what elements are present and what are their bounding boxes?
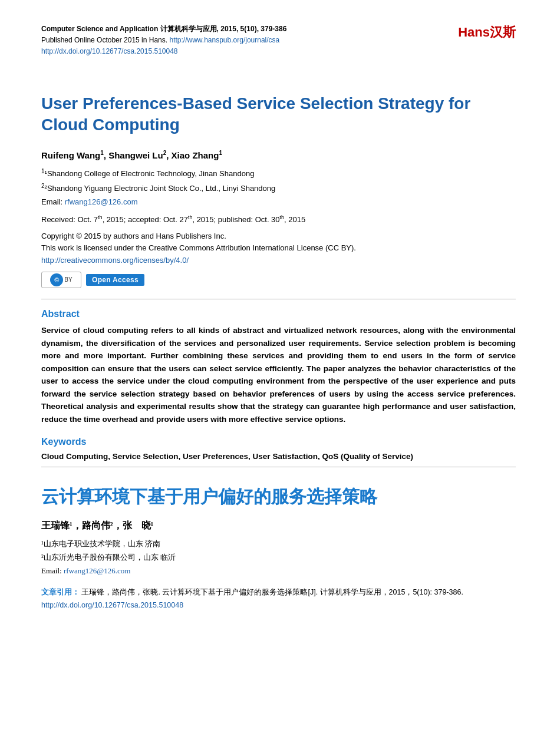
email-link[interactable]: rfwang126@126.com [65,197,138,206]
cn-affil-1: ¹山东电子职业技术学院，山东 济南 [41,537,516,550]
affil-1-text: ¹Shandong College of Electronic Technolo… [45,170,255,179]
paper-title: User Preferences-Based Service Selection… [41,93,516,136]
author-sup-3: 1 [219,150,222,156]
abstract-heading: Abstract [41,309,516,319]
license-url-line: http://creativecommons.org/licenses/by/4… [41,255,516,267]
author-shangwei: Shangwei Lu [108,150,163,160]
author-xiao: Xiao Zhang [172,150,219,160]
author-ruifeng: Ruifeng Wang [41,150,100,160]
divider-2 [41,467,516,467]
citation-text: 王瑞锋，路尚伟，张晓. 云计算环境下基于用户偏好的服务选择策略[J]. 计算机科… [81,588,463,596]
cc-license-row: © BY Open Access [41,272,516,288]
published-text: Published Online October 2015 in Hans. [41,36,167,44]
hans-logo: Hans汉斯 [458,24,516,41]
citation-doi-link[interactable]: http://dx.doi.org/10.12677/csa.2015.5100… [41,601,183,609]
affil-2: 2²Shandong Yiguang Electronic Joint Stoc… [41,181,516,195]
cn-email-link[interactable]: rfwang126@126.com [64,566,130,575]
copyright-text: Copyright © 2015 by authors and Hans Pub… [41,230,516,243]
cn-affiliations: ¹山东电子职业技术学院，山东 济南 ²山东沂光电子股份有限公司，山东 临沂 [41,537,516,564]
license-url-link[interactable]: http://creativecommons.org/licenses/by/4… [41,256,189,265]
doi-line: http://dx.doi.org/10.12677/csa.2015.5100… [41,46,286,57]
sup-th-3: th [280,214,285,220]
hans-en: Hans [458,25,490,39]
keywords-heading: Keywords [41,437,516,447]
cn-affil-2: ²山东沂光电子股份有限公司，山东 临沂 [41,550,516,564]
keywords-text: Cloud Computing, Service Selection, User… [41,452,516,461]
author-sup-2: 2 [163,150,167,156]
cn-authors-text: 王瑞锋¹，路尚伟²，张 晓¹ [41,520,153,530]
email-label: Email: [41,197,65,206]
journal-url-link[interactable]: http://www.hanspub.org/journal/csa [169,36,279,44]
divider-1 [41,299,516,299]
header-meta: Computer Science and Application 计算机科学与应… [41,24,286,58]
cc-badge: © BY [41,272,81,288]
cc-by-text: BY [64,276,72,283]
cn-email-label: Email: [41,566,64,575]
dates-line: Received: Oct. 7th, 2015; accepted: Oct.… [41,214,516,224]
hans-cn: 汉斯 [490,25,516,39]
sup-th-1: th [98,214,103,220]
cc-circle-icon: © [50,273,63,286]
header-row: Computer Science and Application 计算机科学与应… [41,24,516,58]
author-sup-1: 1 [100,150,104,156]
page: Computer Science and Application 计算机科学与应… [0,0,557,756]
cn-authors: 王瑞锋¹，路尚伟²，张 晓¹ [41,520,516,532]
affil-1: 1¹Shandong College of Electronic Technol… [41,166,516,180]
authors-line: Ruifeng Wang1, Shangwei Lu2, Xiao Zhang1 [41,150,516,160]
cn-title: 云计算环境下基于用户偏好的服务选择策略 [41,485,516,508]
citation-label: 文章引用： [41,588,80,596]
copyright-block: Copyright © 2015 by authors and Hans Pub… [41,230,516,267]
affiliations-block: 1¹Shandong College of Electronic Technol… [41,166,516,195]
journal-line: Computer Science and Application 计算机科学与应… [41,24,286,35]
affil-2-text: ²Shandong Yiguang Electronic Joint Stock… [45,184,276,193]
abstract-text: Service of cloud computing refers to all… [41,324,516,426]
cn-email-line: Email: rfwang126@126.com [41,566,516,576]
open-access-badge: Open Access [86,274,144,286]
email-line: Email: rfwang126@126.com [41,197,516,206]
journal-title: Computer Science and Application 计算机科学与应… [41,25,286,33]
doi-link[interactable]: http://dx.doi.org/10.12677/csa.2015.5100… [41,47,178,55]
published-line: Published Online October 2015 in Hans. h… [41,35,286,46]
license-text: This work is licensed under the Creative… [41,242,516,255]
citation-block: 文章引用： 王瑞锋，路尚伟，张晓. 云计算环境下基于用户偏好的服务选择策略[J]… [41,586,516,612]
sup-th-2: th [188,214,193,220]
